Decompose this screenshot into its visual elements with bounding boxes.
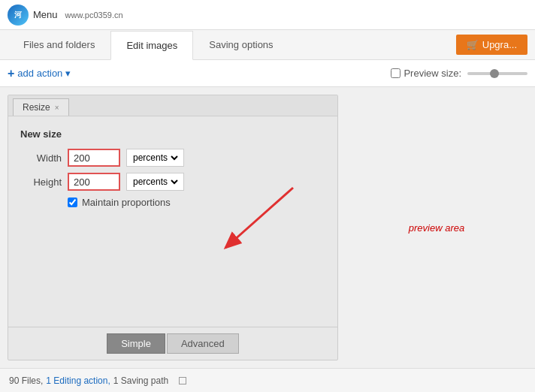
height-label: Height [20,176,62,188]
preview-controls: Preview size: [391,68,527,79]
close-icon[interactable]: × [55,104,59,112]
add-action-button[interactable]: + add action ▾ [8,67,71,80]
status-square-icon [179,377,186,384]
height-row: Height percents pixels inches [20,173,325,191]
maintain-proportions-label: Maintain proportions [82,197,171,208]
maintain-proportions-checkbox[interactable] [68,198,77,207]
panel-footer: Simple Advanced [8,327,337,360]
logo-icon: 河 [8,5,29,26]
preview-size-checkbox[interactable] [391,68,400,78]
status-editing: 1 Editing action, [46,375,110,386]
upgrade-label: Upgra... [482,39,517,50]
tab-edit-images[interactable]: Edit images [110,31,193,60]
cart-icon: 🛒 [467,39,479,50]
main-content: Resize × New size Width percents pixels … [0,87,535,368]
add-action-label: add action [17,68,62,79]
left-panel: Resize × New size Width percents pixels … [8,95,338,360]
preview-area-text: preview area [409,222,464,234]
width-label: Width [20,152,62,164]
preview-slider[interactable] [467,72,527,75]
menu-label[interactable]: Menu [33,9,58,20]
status-files: 90 Files, [9,375,43,386]
width-row: Width percents pixels inches [20,149,325,167]
upgrade-button[interactable]: 🛒 Upgra... [456,35,527,55]
maintain-proportions-row: Maintain proportions [68,197,325,208]
tab-files-folders[interactable]: Files and folders [8,30,110,59]
simple-button[interactable]: Simple [107,333,165,354]
advanced-button[interactable]: Advanced [167,333,239,354]
resize-tab-label: Resize [23,102,50,113]
top-bar: 河 Menu www.pc0359.cn [0,0,535,30]
new-size-title: New size [20,128,325,140]
site-url: www.pc0359.cn [65,11,123,20]
preview-size-label[interactable]: Preview size: [391,68,461,79]
width-unit-select[interactable]: percents pixels inches [126,149,184,167]
logo-area: 河 Menu www.pc0359.cn [8,5,123,26]
status-bar: 90 Files, 1 Editing action, 1 Saving pat… [0,368,535,392]
right-panel: preview area [346,95,527,360]
width-unit-dropdown[interactable]: percents pixels inches [130,152,180,164]
panel-body: New size Width percents pixels inches He… [8,116,337,327]
panel-tab-bar: Resize × [8,95,337,116]
chevron-down-icon: ▾ [65,68,71,79]
plus-icon: + [8,67,14,80]
width-input[interactable] [68,149,120,167]
height-unit-dropdown[interactable]: percents pixels inches [130,176,180,188]
slider-thumb [490,69,499,78]
status-saving: 1 Saving path [113,375,168,386]
height-unit-select[interactable]: percents pixels inches [126,173,184,191]
tab-saving-options[interactable]: Saving options [193,30,289,59]
resize-panel-tab[interactable]: Resize × [13,98,69,116]
toolbar: + add action ▾ Preview size: [0,60,535,87]
tab-bar: Files and folders Edit images Saving opt… [0,30,535,60]
height-input[interactable] [68,173,120,191]
